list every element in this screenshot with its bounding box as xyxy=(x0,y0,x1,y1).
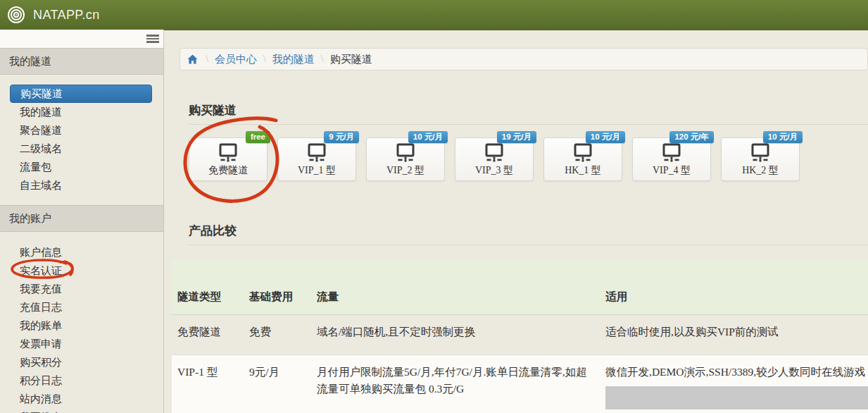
table-cell: 适合临时使用,以及购买VIP前的测试 xyxy=(600,315,868,355)
sidebar-item-promote[interactable]: 我要推广 xyxy=(0,408,163,413)
product-card-label: VIP_3 型 xyxy=(475,164,513,177)
price-badge: 9 元/月 xyxy=(324,131,359,143)
sidebar-item-custom-domains[interactable]: 自主域名 xyxy=(0,176,163,195)
product-card-label: VIP_1 型 xyxy=(298,164,336,177)
breadcrumb-current-buy-tunnel: 购买隧道 xyxy=(330,53,372,66)
compare-table: 隧道类型基础费用流量适用 免费隧道免费域名/端口随机,且不定时强制更换适合临时使… xyxy=(172,259,868,413)
table-row: VIP-1 型9元/月月付用户限制流量5G/月,年付7G/月.账单日流量清零,如… xyxy=(172,355,868,413)
price-badge: free xyxy=(246,131,270,143)
product-card-vip-4[interactable]: 120 元/年 VIP_4 型 xyxy=(632,137,711,181)
redaction-block xyxy=(605,386,868,409)
price-badge: 19 元/月 xyxy=(497,131,536,143)
sidebar-item-recharge[interactable]: 我要充值 xyxy=(0,280,163,298)
table-cell: 免费隧道 xyxy=(172,315,244,355)
sidebar-item-realname-verification[interactable]: 实名认证 xyxy=(0,261,163,280)
sidebar-item-invoice-request[interactable]: 发票申请 xyxy=(0,335,163,353)
monitor-icon xyxy=(216,143,240,163)
monitor-icon xyxy=(394,143,417,163)
sidebar-section-title: 我的隧道 xyxy=(0,48,163,75)
sidebar-list: 账户信息实名认证我要充值充值日志我的账单发票申请购买积分积分日志站内消息我要推广 xyxy=(0,232,163,413)
sidebar-item-buy-tunnel[interactable]: 购买隧道 xyxy=(10,85,152,103)
sidebar-item-my-bills[interactable]: 我的账单 xyxy=(0,316,163,335)
buy-tunnel-section: 购买隧道 free 免费隧道9 元/月 VIP_1 型10 元/月 VIP_2 … xyxy=(189,103,868,181)
table-cell: 微信开发,DEMO演示,SSH/3389,较少人数同时在线游戏 xyxy=(600,355,868,413)
product-cards: free 免费隧道9 元/月 VIP_1 型10 元/月 VIP_2 型19 元… xyxy=(189,137,868,181)
top-bar: NATAPP.cn xyxy=(0,0,868,30)
product-card-label: 免费隧道 xyxy=(208,164,248,177)
product-card-vip-2[interactable]: 10 元/月 VIP_2 型 xyxy=(366,137,445,181)
breadcrumb-link-member-center[interactable]: 会员中心 xyxy=(215,53,257,66)
table-cell: VIP-1 型 xyxy=(172,355,244,413)
sidebar-section-title: 我的账户 xyxy=(0,205,163,232)
page: { "brand": {"name": "NATAPP.cn"}, "icons… xyxy=(0,0,868,413)
monitor-icon xyxy=(660,143,684,163)
breadcrumb-separator: \ xyxy=(206,54,208,65)
table-cell: 免费 xyxy=(244,315,311,355)
sidebar-item-site-messages[interactable]: 站内消息 xyxy=(0,390,163,408)
hamburger-icon[interactable] xyxy=(146,35,159,43)
sidebar-item-points-log[interactable]: 积分日志 xyxy=(0,371,163,390)
price-badge: 120 元/年 xyxy=(669,131,714,143)
sidebar: 我的隧道购买隧道我的隧道聚合隧道二级域名流量包自主域名我的账户账户信息实名认证我… xyxy=(0,30,164,413)
breadcrumb-separator: \ xyxy=(321,54,324,65)
product-card-label: VIP_2 型 xyxy=(386,164,424,177)
table-cell: 9元/月 xyxy=(244,355,311,413)
breadcrumb: \会员中心\我的隧道\购买隧道 xyxy=(180,48,868,70)
sidebar-sections: 我的隧道购买隧道我的隧道聚合隧道二级域名流量包自主域名我的账户账户信息实名认证我… xyxy=(0,48,163,413)
section-title-buy: 购买隧道 xyxy=(189,103,868,118)
monitor-icon xyxy=(748,143,772,163)
monitor-icon xyxy=(482,143,506,163)
section-title-compare: 产品比较 xyxy=(189,223,868,239)
sidebar-item-aggregate-tunnels[interactable]: 聚合隧道 xyxy=(0,121,163,140)
product-card-label: VIP_4 型 xyxy=(653,164,691,177)
breadcrumb-separator: \ xyxy=(263,54,266,65)
price-badge: 10 元/月 xyxy=(408,131,448,143)
table-cell: 域名/端口随机,且不定时强制更换 xyxy=(311,315,600,355)
divider xyxy=(189,245,868,245)
product-card-vip-1[interactable]: 9 元/月 VIP_1 型 xyxy=(277,137,356,181)
sidebar-gap xyxy=(0,195,163,205)
sidebar-item-subdomains[interactable]: 二级域名 xyxy=(0,140,163,158)
price-badge: 10 元/月 xyxy=(586,131,625,143)
product-card-label: HK_2 型 xyxy=(742,164,779,177)
product-card-hk-2[interactable]: 10 元/月 HK_2 型 xyxy=(721,137,800,181)
sidebar-item-my-tunnels[interactable]: 我的隧道 xyxy=(0,103,163,121)
home-icon[interactable] xyxy=(187,54,198,64)
main-content: \会员中心\我的隧道\购买隧道 购买隧道 free 免费隧道9 元/月 VIP_… xyxy=(163,30,868,413)
sidebar-item-recharge-log[interactable]: 充值日志 xyxy=(0,298,163,316)
monitor-icon xyxy=(305,143,329,163)
sidebar-top-strip xyxy=(0,30,163,48)
sidebar-list: 购买隧道我的隧道聚合隧道二级域名流量包自主域名 xyxy=(0,75,163,195)
price-badge: 10 元/月 xyxy=(763,131,803,143)
divider xyxy=(189,124,868,125)
sidebar-item-account-info[interactable]: 账户信息 xyxy=(0,243,163,261)
table-cell: 月付用户限制流量5G/月,年付7G/月.账单日流量清零,如超流量可单独购买流量包… xyxy=(311,355,600,413)
product-card-label: HK_1 型 xyxy=(565,164,601,177)
column-header: 基础费用 xyxy=(244,259,311,315)
sidebar-item-traffic-packages[interactable]: 流量包 xyxy=(0,158,163,176)
table-row: 免费隧道免费域名/端口随机,且不定时强制更换适合临时使用,以及购买VIP前的测试 xyxy=(172,315,868,355)
monitor-icon xyxy=(571,143,595,163)
table-header-row: 隧道类型基础费用流量适用 xyxy=(172,259,868,315)
product-card-vip-3[interactable]: 19 元/月 VIP_3 型 xyxy=(455,137,534,181)
sidebar-item-buy-points[interactable]: 购买积分 xyxy=(0,353,163,371)
brand-title: NATAPP.cn xyxy=(33,8,100,23)
product-compare-section: 产品比较 隧道类型基础费用流量适用 免费隧道免费域名/端口随机,且不定时强制更换… xyxy=(189,223,868,413)
column-header: 适用 xyxy=(600,259,868,315)
column-header: 流量 xyxy=(311,259,600,315)
logo-rings-icon[interactable] xyxy=(6,5,26,25)
column-header: 隧道类型 xyxy=(172,259,244,315)
breadcrumb-link-my-tunnels[interactable]: 我的隧道 xyxy=(272,53,315,66)
product-card-free-tunnel[interactable]: free 免费隧道 xyxy=(189,137,268,181)
product-card-hk-1[interactable]: 10 元/月 HK_1 型 xyxy=(543,137,622,181)
